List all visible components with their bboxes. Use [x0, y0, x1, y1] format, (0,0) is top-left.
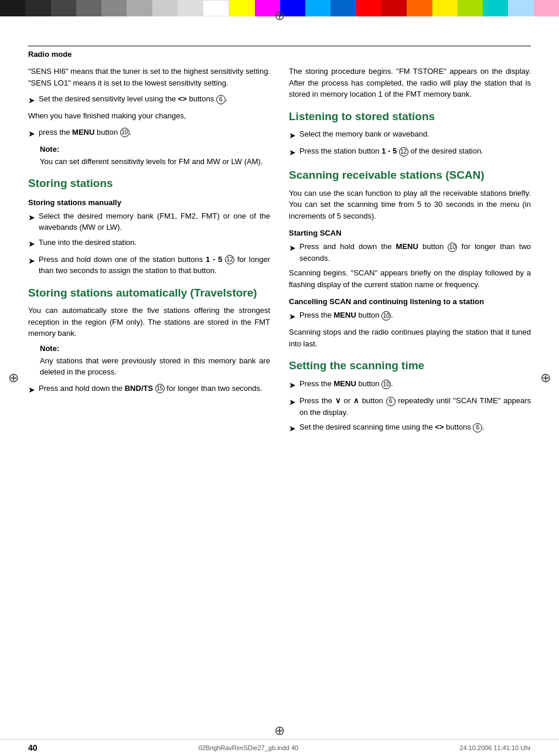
color-dark2	[51, 0, 76, 16]
h2-scan: Scanning receivable stations (SCAN)	[289, 168, 531, 183]
bullet-bndts: ➤ Press and hold down the BND/TS 15 for …	[28, 383, 270, 396]
bullet-bndts-text: Press and hold down the BND/TS 15 for lo…	[39, 383, 270, 394]
circle-12-2: 12	[399, 147, 408, 156]
color-vlgray	[178, 0, 203, 16]
circle-10-4: 10	[381, 380, 391, 389]
h2-storing-stations: Storing stations	[28, 176, 270, 191]
h3-cancelling: Cancelling SCAN and continuing listening…	[289, 297, 531, 306]
bottom-right-text: 24.10.2006 11:41:10 Uhr	[459, 744, 531, 751]
bullet-arrow-button: ➤ Press the ∨ or ∧ button 6 repeatedly u…	[289, 395, 531, 418]
bullet-tune-text: Tune into the desired station.	[39, 237, 270, 248]
bullet-hold-menu-text: Press and hold down the MENU button 10 f…	[299, 241, 531, 264]
arrow-icon-11: ➤	[289, 379, 296, 391]
h2-travelstore: Storing stations automatically (Travelst…	[28, 286, 270, 301]
color-lightpink	[534, 0, 559, 16]
header-rule	[28, 46, 531, 46]
bullet-hold-station-text: Press and hold down one of the station b…	[39, 254, 270, 277]
arrow-icon-13: ➤	[289, 423, 296, 435]
h2-setting-time: Setting the scanning time	[289, 359, 531, 373]
arrow-icon-2: ➤	[28, 128, 35, 140]
color-black	[0, 0, 25, 16]
color-lgray2	[152, 0, 178, 16]
bullet-press-station: ➤ Press the station button 1 - 5 12 of t…	[289, 145, 531, 159]
bullet-cancel-menu: ➤ Press the MENU button 10.	[289, 309, 531, 323]
color-yellow	[229, 0, 254, 16]
color-white	[203, 0, 229, 16]
page-number: 40	[28, 743, 38, 752]
bullet-press-station-text: Press the station button 1 - 5 12 of the…	[299, 145, 531, 157]
circle-6-1: 6	[216, 95, 226, 104]
travelstore-text: You can automatically store the five sta…	[28, 305, 270, 339]
storing-intro-text: The storing procedure begins. "FM TSTORE…	[289, 66, 531, 100]
bullet-set-time-text: Set the desired scanning time using the …	[299, 421, 531, 433]
bullet-arrow-button-text: Press the ∨ or ∧ button 6 repeatedly unt…	[299, 395, 531, 418]
bullet-set-time: ➤ Set the desired scanning time using th…	[289, 421, 531, 435]
bullet-press-menu-text: press the MENU button 10.	[39, 127, 270, 138]
circle-15: 15	[155, 384, 165, 393]
note-label-2: Note:	[40, 344, 270, 353]
color-dark1	[25, 0, 50, 16]
bullet-press-menu: ➤ press the MENU button 10.	[28, 127, 270, 140]
color-gray1	[76, 0, 101, 16]
scan-desc-text: Scanning begins. "SCAN" appears briefly …	[289, 267, 531, 290]
color-cyanblue	[305, 0, 330, 16]
circle-10-3: 10	[381, 311, 391, 321]
color-lightblue	[508, 0, 533, 16]
color-gray2	[101, 0, 127, 16]
bottom-left-text: 02BrighRavRimSDie27_gb.indd 40	[199, 744, 299, 751]
h3-manually: Storing stations manually	[28, 198, 270, 207]
bullet-sensitivity: ➤ Set the desired sensitivity level usin…	[28, 93, 270, 107]
h3-starting-scan: Starting SCAN	[289, 229, 531, 237]
circle-12-1: 12	[225, 255, 234, 264]
note-block-2: Note: Any stations that were previously …	[40, 344, 270, 378]
bottom-bar: 40 02BrighRavRimSDie27_gb.indd 40 24.10.…	[0, 739, 559, 756]
bullet-select-bank: ➤ Select the desired memory bank (FM1, F…	[28, 210, 270, 233]
left-column: "SENS HI6" means that the tuner is set t…	[28, 66, 270, 438]
arrow-icon-4: ➤	[28, 238, 35, 250]
arrow-icon-10: ➤	[289, 311, 296, 323]
color-lgray1	[127, 0, 152, 16]
note-text-1: You can set different sensitivity levels…	[40, 156, 270, 168]
color-cyan	[483, 0, 508, 16]
color-yellowgreen	[458, 0, 483, 16]
circle-6-3: 6	[473, 423, 482, 433]
circle-10-2: 10	[448, 243, 457, 252]
two-col-layout: "SENS HI6" means that the tuner is set t…	[28, 66, 531, 438]
bullet-select-bank-text: Select the desired memory bank (FM1, FM2…	[39, 210, 270, 233]
radio-mode-label: Radio mode	[28, 50, 531, 59]
color-darkred	[381, 0, 407, 16]
reg-mark-bottom: ⊕	[274, 723, 285, 738]
arrow-icon-9: ➤	[289, 242, 296, 254]
circle-10-1: 10	[120, 128, 129, 137]
note-label-1: Note:	[40, 145, 270, 154]
arrow-icon-5: ➤	[28, 255, 35, 267]
arrow-icon-8: ➤	[289, 147, 296, 159]
color-orange	[407, 0, 432, 16]
bullet-select-memory: ➤ Select the memory bank or waveband.	[289, 128, 531, 142]
arrow-icon-3: ➤	[28, 212, 35, 224]
note-block-1: Note: You can set different sensitivity …	[40, 145, 270, 168]
bullet-time-menu-text: Press the MENU button 10.	[299, 378, 531, 390]
color-red	[356, 0, 381, 16]
bullet-time-menu: ➤ Press the MENU button 10.	[289, 378, 531, 391]
right-column: The storing procedure begins. "FM TSTORE…	[289, 66, 531, 438]
note-text-2: Any stations that were previously stored…	[40, 355, 270, 378]
bullet-sensitivity-text: Set the desired sensitivity level using …	[39, 93, 270, 105]
arrow-icon-7: ➤	[289, 130, 296, 142]
arrow-icon-1: ➤	[28, 94, 35, 107]
bullet-hold-menu: ➤ Press and hold down the MENU button 10…	[289, 241, 531, 264]
bullet-select-memory-text: Select the memory bank or waveband.	[299, 128, 531, 140]
scan-stops-text: Scanning stops and the radio continues p…	[289, 326, 531, 349]
arrow-icon-12: ➤	[289, 396, 296, 408]
arrow-icon-6: ➤	[28, 384, 35, 396]
color-darkblue	[330, 0, 356, 16]
circle-6-2: 6	[386, 397, 396, 406]
page-content: Radio mode "SENS HI6" means that the tun…	[0, 16, 559, 462]
page-wrapper: ⊕ ⊕ ⊕ ⊕ Radio mode "SENS HI6" means that…	[0, 0, 559, 756]
color-brightyellow	[432, 0, 458, 16]
bullet-cancel-menu-text: Press the MENU button 10.	[299, 309, 531, 321]
when-finished-text: When you have finished making your chang…	[28, 110, 270, 122]
bullet-tune: ➤ Tune into the desired station.	[28, 237, 270, 250]
scan-intro-text: You can use the scan function to play al…	[289, 188, 531, 222]
bullet-hold-station: ➤ Press and hold down one of the station…	[28, 254, 270, 277]
